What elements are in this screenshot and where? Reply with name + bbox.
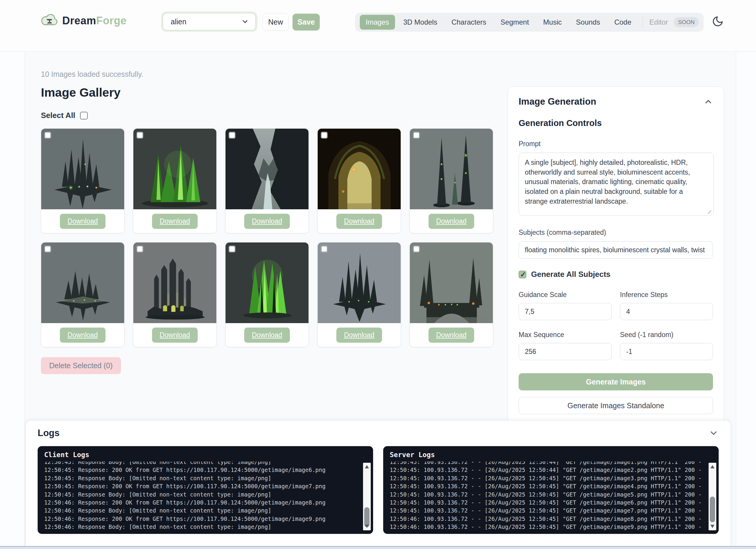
download-button[interactable]: Download xyxy=(429,214,474,229)
card-footer: Download xyxy=(410,323,493,347)
card-footer: Download xyxy=(226,323,309,347)
image-checkbox[interactable] xyxy=(321,246,327,252)
nav-editor-label: Editor xyxy=(648,18,669,26)
image-checkbox[interactable] xyxy=(44,132,51,138)
seed-1-random-label: Seed (-1 random) xyxy=(620,331,713,339)
client-log-panel: Client Logs 12:50:45: Response Body: [Om… xyxy=(38,446,373,534)
download-button[interactable]: Download xyxy=(336,328,382,343)
chevron-down-icon[interactable] xyxy=(709,428,719,438)
image-card: Download xyxy=(317,128,401,233)
image-checkbox[interactable] xyxy=(413,246,420,252)
image-card: Download xyxy=(133,242,217,347)
image-checkbox[interactable] xyxy=(321,132,327,138)
card-footer: Download xyxy=(133,209,216,233)
image-checkbox[interactable] xyxy=(413,132,420,138)
log-line: 12:50:45: 100.93.136.72 - - [26/Aug/2025… xyxy=(390,474,704,482)
download-button[interactable]: Download xyxy=(152,214,198,229)
tab-sounds[interactable]: Sounds xyxy=(570,15,606,30)
image-generation-card: Image Generation Generation Controls Pro… xyxy=(508,87,724,425)
chevron-down-icon xyxy=(241,18,249,25)
parameter-fields: Guidance ScaleInference StepsMax Sequenc… xyxy=(519,280,713,360)
soon-badge: SOON xyxy=(674,17,699,27)
log-panels: Client Logs 12:50:45: Response Body: [Om… xyxy=(38,446,719,534)
download-button[interactable]: Download xyxy=(429,328,474,343)
gallery-image-twin-spires xyxy=(410,129,493,209)
image-checkbox[interactable] xyxy=(137,132,143,138)
generate-images-button[interactable]: Generate Images xyxy=(519,373,713,390)
log-line: 12:50:46: Response Body: [Omitted non-te… xyxy=(44,523,359,531)
client-logs-title: Client Logs xyxy=(44,451,359,459)
tab-characters[interactable]: Characters xyxy=(445,15,492,30)
image-card: Download xyxy=(225,242,309,347)
server-log-panel: Server Logs 12:50:45: 100.93.136.72 - - … xyxy=(383,446,719,534)
project-select[interactable]: alien xyxy=(162,13,256,31)
card-footer: Download xyxy=(41,209,124,233)
client-log-scrollbar[interactable] xyxy=(363,463,371,530)
generation-panel: Image Generation Generation Controls Pro… xyxy=(508,87,724,457)
tab-segment[interactable]: Segment xyxy=(495,15,535,30)
image-card: Download xyxy=(317,242,401,347)
scroll-down-icon[interactable] xyxy=(710,525,715,528)
image-checkbox[interactable] xyxy=(44,246,51,252)
log-line: 12:50:46: Response: 200 OK from GET http… xyxy=(44,499,359,507)
download-button[interactable]: Download xyxy=(60,214,106,229)
select-all-row: Select All xyxy=(41,111,494,120)
log-line: 12:50:45: Response Body: [Omitted non-te… xyxy=(44,474,359,482)
download-button[interactable]: Download xyxy=(244,328,290,343)
tab-3d-models[interactable]: 3D Models xyxy=(397,15,443,30)
max-sequence-input[interactable] xyxy=(519,343,612,360)
seed-1-random-input[interactable] xyxy=(620,343,713,360)
tab-images[interactable]: Images xyxy=(360,15,395,30)
tab-music[interactable]: Music xyxy=(537,15,568,30)
image-card: Download xyxy=(225,128,309,233)
image-checkbox[interactable] xyxy=(229,132,235,138)
card-footer: Download xyxy=(226,209,309,233)
brand-name: DreamForge xyxy=(62,15,127,27)
download-button[interactable]: Download xyxy=(152,328,198,343)
download-button[interactable]: Download xyxy=(244,214,290,229)
gallery-image-crystal-mass xyxy=(226,242,309,323)
log-line: 12:50:45: 100.93.136.72 - - [26/Aug/2025… xyxy=(390,462,704,466)
save-button[interactable]: Save xyxy=(293,14,320,31)
main-nav: Images3D ModelsCharactersSegmentMusicSou… xyxy=(355,13,704,32)
download-button[interactable]: Download xyxy=(336,214,382,229)
server-log-scrollbar[interactable] xyxy=(709,463,716,530)
inference-steps-input[interactable] xyxy=(620,303,713,320)
delete-selected-button[interactable]: Delete Selected (0) xyxy=(41,357,121,374)
generate-all-checkbox[interactable] xyxy=(519,271,526,278)
gallery-image-island-low xyxy=(41,242,124,323)
log-line: 12:50:46: Response: 200 OK from GET http… xyxy=(44,515,359,523)
scroll-up-icon[interactable] xyxy=(710,465,715,468)
scroll-up-icon[interactable] xyxy=(365,465,369,468)
subjects-input[interactable] xyxy=(519,241,713,258)
tab-code[interactable]: Code xyxy=(608,15,637,30)
bottom-window-edge xyxy=(0,546,756,549)
logs-title: Logs xyxy=(38,428,60,438)
log-line: 12:50:45: 100.93.136.72 - - [26/Aug/2025… xyxy=(390,491,704,499)
image-checkbox[interactable] xyxy=(137,246,143,252)
gallery-image-crystal-spires xyxy=(133,129,217,209)
page: DreamForge alien New Save Images3D Model… xyxy=(0,0,756,549)
image-card: Download xyxy=(410,242,493,347)
select-all-checkbox[interactable] xyxy=(80,112,88,119)
download-button[interactable]: Download xyxy=(60,328,106,343)
scrollbar-thumb[interactable] xyxy=(364,507,370,527)
dark-mode-toggle[interactable] xyxy=(711,15,725,28)
prompt-textarea[interactable] xyxy=(519,153,714,216)
image-card: Download xyxy=(133,128,217,233)
chevron-up-icon[interactable] xyxy=(704,97,713,106)
status-message: 10 Images loaded successfully. xyxy=(41,70,494,79)
card-footer: Download xyxy=(318,209,401,233)
generate-images-standalone-button[interactable]: Generate Images Standalone xyxy=(519,397,713,414)
new-button[interactable]: New xyxy=(263,14,289,31)
subjects-label: Subjects (comma-separated) xyxy=(519,229,713,237)
guidance-scale-input[interactable] xyxy=(519,303,612,320)
scrollbar-thumb[interactable] xyxy=(710,497,715,522)
image-checkbox[interactable] xyxy=(229,246,235,252)
image-card: Download xyxy=(41,242,124,347)
gallery-image-arch-bridge xyxy=(410,242,493,323)
log-line: 12:50:46: Response Body: [Omitted non-te… xyxy=(44,507,359,515)
nav-tabs: Images3D ModelsCharactersSegmentMusicSou… xyxy=(360,15,637,30)
controls-subtitle: Generation Controls xyxy=(519,118,713,128)
scroll-down-icon[interactable] xyxy=(365,525,369,528)
